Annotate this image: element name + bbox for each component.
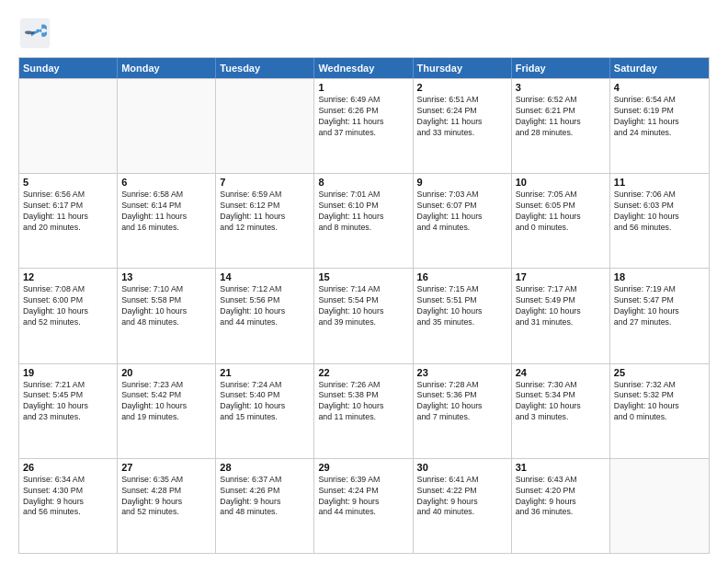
calendar-cell: 8Sunrise: 7:01 AM Sunset: 6:10 PM Daylig… [314, 174, 413, 268]
day-number: 16 [417, 271, 507, 282]
calendar-cell: 9Sunrise: 7:03 AM Sunset: 6:07 PM Daylig… [414, 174, 512, 268]
calendar-cell: 4Sunrise: 6:54 AM Sunset: 6:19 PM Daylig… [610, 79, 709, 173]
cell-info: Sunrise: 7:05 AM Sunset: 6:05 PM Dayligh… [516, 190, 606, 234]
calendar-row-2: 5Sunrise: 6:56 AM Sunset: 6:17 PM Daylig… [19, 173, 709, 268]
day-number: 1 [318, 82, 408, 93]
cell-info: Sunrise: 7:08 AM Sunset: 6:00 PM Dayligh… [23, 284, 113, 328]
day-number: 15 [318, 271, 408, 282]
cell-info: Sunrise: 7:19 AM Sunset: 5:47 PM Dayligh… [614, 284, 705, 328]
calendar-cell: 18Sunrise: 7:19 AM Sunset: 5:47 PM Dayli… [610, 269, 709, 362]
calendar-cell: 15Sunrise: 7:14 AM Sunset: 5:54 PM Dayli… [314, 269, 413, 362]
calendar-cell: 26Sunrise: 6:34 AM Sunset: 4:30 PM Dayli… [19, 459, 118, 553]
cell-info: Sunrise: 7:03 AM Sunset: 6:07 PM Dayligh… [417, 190, 507, 234]
cell-info: Sunrise: 7:14 AM Sunset: 5:54 PM Dayligh… [318, 284, 408, 328]
calendar-row-3: 12Sunrise: 7:08 AM Sunset: 6:00 PM Dayli… [19, 268, 709, 362]
day-number: 28 [220, 462, 310, 473]
cell-info: Sunrise: 6:59 AM Sunset: 6:12 PM Dayligh… [220, 190, 310, 234]
day-number: 5 [23, 177, 113, 188]
day-number: 19 [23, 367, 113, 378]
cell-info: Sunrise: 6:58 AM Sunset: 6:14 PM Dayligh… [121, 190, 211, 234]
calendar-header: SundayMondayTuesdayWednesdayThursdayFrid… [19, 58, 709, 78]
header-cell-wednesday: Wednesday [314, 58, 413, 78]
cell-info: Sunrise: 7:23 AM Sunset: 5:42 PM Dayligh… [121, 380, 211, 424]
day-number: 26 [23, 462, 113, 473]
calendar-cell: 1Sunrise: 6:49 AM Sunset: 6:26 PM Daylig… [314, 79, 413, 173]
calendar-cell: 23Sunrise: 7:28 AM Sunset: 5:36 PM Dayli… [414, 364, 512, 458]
calendar-cell: 22Sunrise: 7:26 AM Sunset: 5:38 PM Dayli… [314, 364, 413, 458]
header-cell-thursday: Thursday [414, 58, 512, 78]
cell-info: Sunrise: 7:06 AM Sunset: 6:03 PM Dayligh… [614, 190, 705, 234]
cell-info: Sunrise: 7:28 AM Sunset: 5:36 PM Dayligh… [417, 380, 507, 424]
day-number: 10 [516, 177, 606, 188]
cell-info: Sunrise: 6:49 AM Sunset: 6:26 PM Dayligh… [318, 95, 408, 139]
cell-info: Sunrise: 6:41 AM Sunset: 4:22 PM Dayligh… [417, 475, 507, 519]
cell-info: Sunrise: 7:10 AM Sunset: 5:58 PM Dayligh… [121, 284, 211, 328]
cell-info: Sunrise: 7:15 AM Sunset: 5:51 PM Dayligh… [417, 284, 507, 328]
day-number: 14 [220, 271, 310, 282]
cell-info: Sunrise: 7:12 AM Sunset: 5:56 PM Dayligh… [220, 284, 310, 328]
calendar-cell: 10Sunrise: 7:05 AM Sunset: 6:05 PM Dayli… [512, 174, 610, 268]
calendar-cell: 21Sunrise: 7:24 AM Sunset: 5:40 PM Dayli… [216, 364, 314, 458]
cell-info: Sunrise: 7:32 AM Sunset: 5:32 PM Dayligh… [614, 380, 705, 424]
cell-info: Sunrise: 7:24 AM Sunset: 5:40 PM Dayligh… [220, 380, 310, 424]
calendar-cell: 31Sunrise: 6:43 AM Sunset: 4:20 PM Dayli… [512, 459, 610, 553]
cell-info: Sunrise: 7:17 AM Sunset: 5:49 PM Dayligh… [516, 284, 606, 328]
day-number: 31 [516, 462, 606, 473]
calendar-cell: 29Sunrise: 6:39 AM Sunset: 4:24 PM Dayli… [314, 459, 413, 553]
calendar-cell [19, 79, 118, 173]
page: SundayMondayTuesdayWednesdayThursdayFrid… [0, 0, 728, 563]
day-number: 18 [614, 271, 705, 282]
cell-info: Sunrise: 6:43 AM Sunset: 4:20 PM Dayligh… [516, 475, 606, 519]
logo-icon [18, 17, 51, 50]
cell-info: Sunrise: 7:26 AM Sunset: 5:38 PM Dayligh… [318, 380, 408, 424]
day-number: 25 [614, 367, 705, 378]
cell-info: Sunrise: 7:01 AM Sunset: 6:10 PM Dayligh… [318, 190, 408, 234]
day-number: 24 [516, 367, 606, 378]
calendar-cell: 6Sunrise: 6:58 AM Sunset: 6:14 PM Daylig… [118, 174, 216, 268]
calendar-cell: 24Sunrise: 7:30 AM Sunset: 5:34 PM Dayli… [512, 364, 610, 458]
day-number: 2 [417, 82, 507, 93]
day-number: 9 [417, 177, 507, 188]
day-number: 6 [121, 177, 211, 188]
calendar-cell: 12Sunrise: 7:08 AM Sunset: 6:00 PM Dayli… [19, 269, 118, 362]
calendar-cell: 3Sunrise: 6:52 AM Sunset: 6:21 PM Daylig… [512, 79, 610, 173]
calendar-cell: 2Sunrise: 6:51 AM Sunset: 6:24 PM Daylig… [414, 79, 512, 173]
day-number: 21 [220, 367, 310, 378]
day-number: 13 [121, 271, 211, 282]
day-number: 20 [121, 367, 211, 378]
cell-info: Sunrise: 7:30 AM Sunset: 5:34 PM Dayligh… [516, 380, 606, 424]
calendar-cell [216, 79, 314, 173]
header-cell-monday: Monday [118, 58, 216, 78]
calendar-cell: 30Sunrise: 6:41 AM Sunset: 4:22 PM Dayli… [414, 459, 512, 553]
day-number: 23 [417, 367, 507, 378]
calendar-cell: 20Sunrise: 7:23 AM Sunset: 5:42 PM Dayli… [118, 364, 216, 458]
calendar-cell: 16Sunrise: 7:15 AM Sunset: 5:51 PM Dayli… [414, 269, 512, 362]
day-number: 29 [318, 462, 408, 473]
calendar-row-5: 26Sunrise: 6:34 AM Sunset: 4:30 PM Dayli… [19, 458, 709, 553]
calendar-cell: 28Sunrise: 6:37 AM Sunset: 4:26 PM Dayli… [216, 459, 314, 553]
day-number: 30 [417, 462, 507, 473]
day-number: 4 [614, 82, 705, 93]
cell-info: Sunrise: 6:35 AM Sunset: 4:28 PM Dayligh… [121, 475, 211, 519]
day-number: 12 [23, 271, 113, 282]
calendar-cell: 11Sunrise: 7:06 AM Sunset: 6:03 PM Dayli… [610, 174, 709, 268]
cell-info: Sunrise: 6:37 AM Sunset: 4:26 PM Dayligh… [220, 475, 310, 519]
calendar-cell: 17Sunrise: 7:17 AM Sunset: 5:49 PM Dayli… [512, 269, 610, 362]
calendar-cell: 19Sunrise: 7:21 AM Sunset: 5:45 PM Dayli… [19, 364, 118, 458]
cell-info: Sunrise: 7:21 AM Sunset: 5:45 PM Dayligh… [23, 380, 113, 424]
calendar-cell: 5Sunrise: 6:56 AM Sunset: 6:17 PM Daylig… [19, 174, 118, 268]
day-number: 27 [121, 462, 211, 473]
calendar-cell [610, 459, 709, 553]
day-number: 11 [614, 177, 705, 188]
calendar-row-1: 1Sunrise: 6:49 AM Sunset: 6:26 PM Daylig… [19, 78, 709, 173]
calendar-cell: 25Sunrise: 7:32 AM Sunset: 5:32 PM Dayli… [610, 364, 709, 458]
header-cell-friday: Friday [512, 58, 610, 78]
cell-info: Sunrise: 6:34 AM Sunset: 4:30 PM Dayligh… [23, 475, 113, 519]
cell-info: Sunrise: 6:54 AM Sunset: 6:19 PM Dayligh… [614, 95, 705, 139]
header [18, 17, 710, 50]
day-number: 3 [516, 82, 606, 93]
day-number: 17 [516, 271, 606, 282]
cell-info: Sunrise: 6:39 AM Sunset: 4:24 PM Dayligh… [318, 475, 408, 519]
calendar-cell: 13Sunrise: 7:10 AM Sunset: 5:58 PM Dayli… [118, 269, 216, 362]
calendar-cell: 14Sunrise: 7:12 AM Sunset: 5:56 PM Dayli… [216, 269, 314, 362]
